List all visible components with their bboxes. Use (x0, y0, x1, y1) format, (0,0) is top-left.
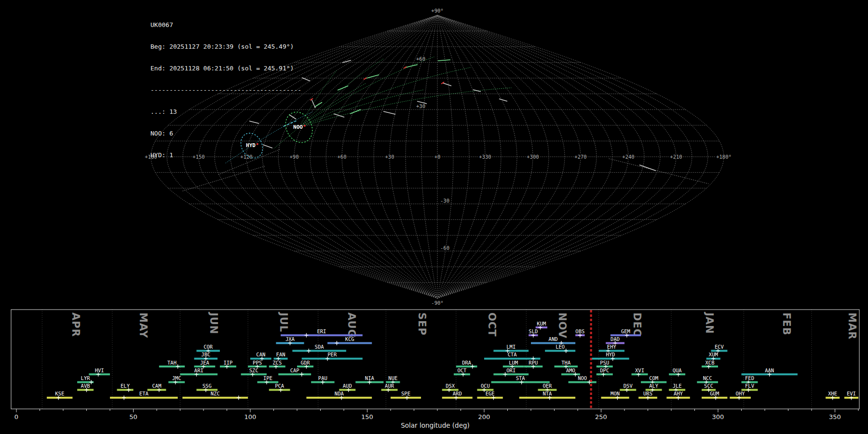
month-label: JUN (208, 312, 219, 334)
shower-label-noo: NOO (578, 375, 587, 381)
month-label: NOV (556, 312, 568, 339)
lat-label: -30 (440, 198, 449, 203)
shower-label-flv: FLV (745, 383, 755, 389)
meteor-trail (314, 102, 322, 107)
shower-label-com: COM (649, 375, 658, 381)
shower-label-scc: SCC (704, 383, 713, 389)
shower-label-ely: ELY (121, 383, 130, 389)
shower-label-cta: CTA (508, 352, 517, 357)
lat-label: +90° (431, 8, 443, 14)
meteor-trail (334, 114, 344, 117)
shower-label-ipe: IPE (263, 375, 272, 381)
lon-label: +0 (434, 154, 441, 160)
meteor-trail (338, 86, 348, 90)
lat-label: +30 (416, 103, 425, 109)
shower-label-urs: URS (643, 391, 652, 396)
lat-label: +60 (416, 56, 425, 62)
shower-label-eri: ERI (317, 328, 326, 334)
month-label: MAY (137, 312, 149, 338)
lon-label: +180° (716, 154, 732, 160)
shower-label-nia: NIA (365, 375, 375, 381)
lat-label: -60 (440, 245, 449, 251)
month-label: SEP (416, 312, 428, 336)
meteor-trail (350, 109, 361, 114)
shower-label-nzc: NZC (211, 391, 220, 396)
count-hyd: HYD: 1 (150, 151, 301, 159)
shower-label-kcg: KCG (345, 336, 354, 342)
x-tick-label: 0 (14, 413, 18, 420)
shower-label-zcs: ZCS (272, 360, 282, 366)
shower-label-xcb: XCB (705, 360, 715, 366)
shower-label-ari: ARI (194, 367, 203, 373)
shower-label-sld: SLD (529, 328, 538, 334)
shower-label-ori: ORI (506, 367, 515, 373)
count-noo: NOO: 6 (150, 130, 301, 137)
shower-label-pau: PAU (318, 375, 327, 381)
lon-label: +270 (574, 154, 586, 160)
x-tick-label: 300 (712, 413, 724, 420)
shower-label-xvi: XVI (635, 367, 644, 373)
month-label: FEB (781, 312, 792, 336)
shower-label-sda: SDA (315, 344, 325, 350)
month-label: OCT (486, 312, 498, 337)
meteor-trail (639, 165, 656, 171)
shower-label-per: PER (327, 352, 337, 357)
shower-label-kse: KSE (55, 391, 64, 396)
plot-canvas: +180+150+120+90+60+30+0+330+300+270+240+… (0, 0, 868, 434)
shower-label-can: CAN (256, 352, 265, 357)
count-sporadics: ...: 13 (150, 108, 301, 115)
shower-label-szc: SZC (249, 367, 258, 373)
shower-label-eta: ETA (139, 391, 149, 396)
meteor-trail (438, 60, 450, 61)
x-tick-label: 250 (595, 413, 607, 420)
shower-label-hvi: HVI (95, 367, 104, 373)
lon-label: +210 (670, 154, 682, 160)
shower-label-jea: JEA (200, 360, 210, 366)
meteor-observation-screen: +180+150+120+90+60+30+0+330+300+270+240+… (0, 0, 868, 434)
shower-label-aly: ALY (649, 383, 659, 389)
meteor-trail (383, 111, 395, 114)
session-begin: Beg: 20251127 20:23:39 (sol = 245.49°) (150, 43, 301, 50)
shower-label-cam: CAM (152, 383, 162, 389)
shower-label-ssg: SSG (203, 383, 212, 389)
shower-label-cap: CAP (290, 367, 299, 373)
shower-label-leo: LEO (556, 344, 565, 350)
meteor-trail (405, 65, 418, 68)
shower-label-amo: AMO (566, 367, 575, 373)
x-axis-title: Solar longitude (deg) (401, 421, 470, 429)
shower-label-fan: FAN (276, 352, 285, 357)
month-label: AUG (346, 312, 357, 338)
shower-label-psu: PSU (600, 360, 609, 366)
shower-label-dad: DAD (610, 336, 620, 342)
shower-label-oct: OCT (457, 367, 467, 373)
x-tick-label: 350 (829, 413, 841, 420)
shower-label-dsv: DSV (624, 383, 633, 389)
shower-label-ocu: OCU (481, 383, 490, 389)
trail-path (299, 57, 434, 127)
shower-label-gdr: GDR (300, 360, 310, 366)
shower-label-obs: OBS (575, 328, 584, 334)
session-end: End: 20251128 06:21:50 (sol = 245.91°) (150, 65, 301, 72)
shower-label-aan: AAN (765, 367, 774, 373)
shower-label-jmc: JMC (172, 375, 181, 381)
shower-label-xhe: XHE (828, 391, 837, 396)
shower-label-spe: SPE (401, 391, 410, 396)
session-info: UK0067 Beg: 20251127 20:23:39 (sol = 245… (150, 7, 301, 173)
lon-label: +240 (622, 154, 634, 160)
shower-label-ard: ARD (453, 391, 462, 396)
month-label: JUL (278, 312, 289, 332)
shower-label-qua: QUA (673, 367, 682, 373)
month-label: JAN (704, 312, 715, 334)
shower-label-iip: IIP (223, 360, 232, 366)
shower-label-lum: LUM (509, 360, 518, 366)
meteor-trail (443, 83, 451, 86)
shower-label-ohy: OHY (736, 391, 746, 396)
lon-label: +300 (527, 154, 539, 160)
shower-label-lyr: LYR (81, 375, 91, 381)
shower-label-xum: XUM (709, 352, 718, 357)
shower-label-lmi: LMI (506, 344, 515, 350)
shower-label-gem: GEM (621, 328, 630, 334)
shower-label-pca: PCA (275, 383, 285, 389)
meteor-trail (473, 90, 481, 92)
shower-label-evi: EVI (847, 391, 856, 396)
